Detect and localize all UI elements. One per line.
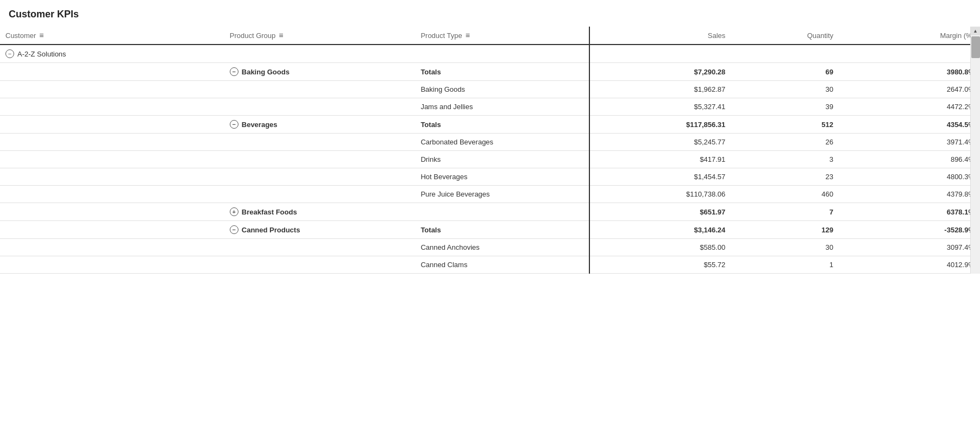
customer-cell xyxy=(0,203,224,221)
product-type-cell: Totals xyxy=(415,116,589,134)
margin-cell: 4800.3% xyxy=(839,168,980,186)
table-row: Canned Clams$55.7214012.9% xyxy=(0,256,980,274)
table-row: −BeveragesTotals$117,856.315124354.5% xyxy=(0,116,980,134)
product-group-name: Canned Products xyxy=(242,226,300,234)
scrollbar[interactable]: ▲ xyxy=(970,27,980,274)
quantity-cell: 512 xyxy=(731,116,839,134)
margin-cell: -3528.9% xyxy=(839,221,980,239)
sales-cell: $117,856.31 xyxy=(589,116,731,134)
product-type-filter-icon[interactable]: ≡ xyxy=(466,31,470,40)
sales-cell: $585.00 xyxy=(589,239,731,256)
customer-filter-icon[interactable]: ≡ xyxy=(39,31,43,40)
product-group-cell: −Baking Goods xyxy=(224,63,416,81)
product-type-label: Product Type xyxy=(420,31,462,40)
group-expand-icon[interactable]: + xyxy=(230,207,238,216)
sales-cell: $7,290.28 xyxy=(589,63,731,81)
product-group-name: Breakfast Foods xyxy=(242,208,297,216)
product-group-cell xyxy=(224,239,416,256)
product-group-filter-icon[interactable]: ≡ xyxy=(279,31,283,40)
product-type-cell: Totals xyxy=(415,63,589,81)
quantity-cell xyxy=(731,45,839,63)
customer-cell xyxy=(0,134,224,151)
customer-cell xyxy=(0,256,224,274)
quantity-cell: 3 xyxy=(731,151,839,168)
customer-cell xyxy=(0,186,224,203)
col-header-product-type: Product Type ≡ xyxy=(415,27,589,45)
table-row: Hot Beverages$1,454.57234800.3% xyxy=(0,168,980,186)
product-type-cell: Baking Goods xyxy=(415,81,589,98)
table-row: Baking Goods$1,962.87302647.0% xyxy=(0,81,980,98)
table-header: Customer ≡ Product Group ≡ Product Type … xyxy=(0,27,980,45)
group-expand-icon[interactable]: − xyxy=(230,225,238,234)
table-row: −Canned ProductsTotals$3,146.24129-3528.… xyxy=(0,221,980,239)
table-container: Customer ≡ Product Group ≡ Product Type … xyxy=(0,27,980,274)
margin-cell: 4472.2% xyxy=(839,98,980,116)
customer-cell xyxy=(0,63,224,81)
scrollbar-thumb[interactable] xyxy=(971,36,980,58)
margin-cell: 4012.9% xyxy=(839,256,980,274)
product-group-label: Product Group xyxy=(230,31,276,40)
quantity-cell: 7 xyxy=(731,203,839,221)
customer-cell xyxy=(0,239,224,256)
group-expand-icon[interactable]: − xyxy=(230,120,238,129)
margin-cell: 2647.0% xyxy=(839,81,980,98)
col-header-sales: Sales xyxy=(589,27,731,45)
product-type-cell xyxy=(415,203,589,221)
sales-cell xyxy=(589,45,731,63)
customer-cell xyxy=(0,151,224,168)
col-header-quantity: Quantity xyxy=(731,27,839,45)
margin-cell: 6378.1% xyxy=(839,203,980,221)
quantity-cell: 460 xyxy=(731,186,839,203)
product-group-cell xyxy=(224,98,416,116)
customer-cell xyxy=(0,221,224,239)
sales-cell: $1,962.87 xyxy=(589,81,731,98)
product-type-cell xyxy=(415,45,589,63)
margin-cell xyxy=(839,45,980,63)
customer-expand-icon[interactable]: − xyxy=(5,49,14,58)
margin-cell: 3980.8% xyxy=(839,63,980,81)
customer-cell xyxy=(0,81,224,98)
table-row: −Baking GoodsTotals$7,290.28693980.8% xyxy=(0,63,980,81)
product-type-cell: Canned Anchovies xyxy=(415,239,589,256)
product-group-cell xyxy=(224,134,416,151)
product-type-cell: Drinks xyxy=(415,151,589,168)
margin-cell: 4379.8% xyxy=(839,186,980,203)
quantity-cell: 30 xyxy=(731,239,839,256)
table-row: Pure Juice Beverages$110,738.064604379.8… xyxy=(0,186,980,203)
sales-cell: $110,738.06 xyxy=(589,186,731,203)
product-group-cell: −Beverages xyxy=(224,116,416,134)
scrollbar-up[interactable]: ▲ xyxy=(971,27,980,35)
customer-name: A-2-Z Solutions xyxy=(17,50,66,58)
table-row: +Breakfast Foods$651.9776378.1% xyxy=(0,203,980,221)
quantity-cell: 26 xyxy=(731,134,839,151)
product-type-cell: Totals xyxy=(415,221,589,239)
sales-cell: $5,327.41 xyxy=(589,98,731,116)
quantity-cell: 30 xyxy=(731,81,839,98)
col-header-customer: Customer ≡ xyxy=(0,27,224,45)
product-type-cell: Hot Beverages xyxy=(415,168,589,186)
product-group-name: Beverages xyxy=(242,121,278,129)
quantity-cell: 23 xyxy=(731,168,839,186)
sales-cell: $417.91 xyxy=(589,151,731,168)
margin-cell: 3097.4% xyxy=(839,239,980,256)
product-group-cell xyxy=(224,151,416,168)
sales-label: Sales xyxy=(708,31,726,40)
product-group-name: Baking Goods xyxy=(242,68,290,76)
customer-cell xyxy=(0,116,224,134)
product-type-cell: Carbonated Beverages xyxy=(415,134,589,151)
sales-cell: $651.97 xyxy=(589,203,731,221)
product-group-cell xyxy=(224,186,416,203)
col-header-product-group: Product Group ≡ xyxy=(224,27,416,45)
kpi-table: Customer ≡ Product Group ≡ Product Type … xyxy=(0,27,980,274)
product-group-cell xyxy=(224,45,416,63)
table-row: Carbonated Beverages$5,245.77263971.4% xyxy=(0,134,980,151)
sales-cell: $3,146.24 xyxy=(589,221,731,239)
product-group-cell xyxy=(224,168,416,186)
product-type-cell: Pure Juice Beverages xyxy=(415,186,589,203)
group-expand-icon[interactable]: − xyxy=(230,67,238,76)
margin-cell: 896.4% xyxy=(839,151,980,168)
sales-cell: $55.72 xyxy=(589,256,731,274)
quantity-cell: 69 xyxy=(731,63,839,81)
product-type-cell: Jams and Jellies xyxy=(415,98,589,116)
margin-cell: 3971.4% xyxy=(839,134,980,151)
